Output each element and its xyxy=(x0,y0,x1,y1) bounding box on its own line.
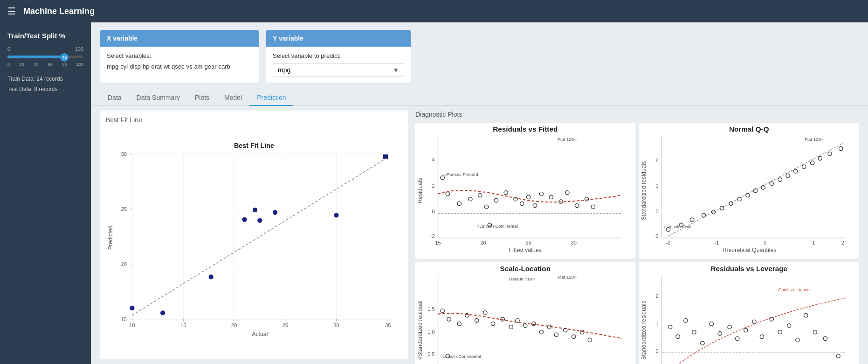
svg-point-33 xyxy=(160,310,165,315)
y-variable-panel: Y variable Select variable to predict: m… xyxy=(266,30,411,83)
svg-point-138 xyxy=(516,319,519,322)
svg-point-175 xyxy=(744,329,747,332)
svg-point-134 xyxy=(483,311,487,315)
svg-point-182 xyxy=(804,314,807,317)
svg-point-109 xyxy=(802,165,806,168)
svg-text:Cook's distance: Cook's distance xyxy=(778,287,810,293)
svg-text:2: 2 xyxy=(655,157,658,162)
svg-point-57 xyxy=(446,192,449,196)
svg-point-34 xyxy=(209,274,214,279)
test-data-label: Test Data: 8 records xyxy=(7,84,83,95)
tab-model[interactable]: Model xyxy=(217,90,249,106)
svg-text:Best Fit Line: Best Fit Line xyxy=(234,142,274,149)
tab-plots[interactable]: Plots xyxy=(187,90,217,106)
svg-text:1: 1 xyxy=(655,322,658,328)
svg-point-72 xyxy=(575,203,579,207)
svg-point-67 xyxy=(533,203,537,207)
svg-point-107 xyxy=(785,174,789,178)
svg-point-61 xyxy=(484,205,488,209)
diagnostic-panel: Diagnostic Plots Residuals vs Fitted Fit… xyxy=(415,111,859,359)
svg-text:2: 2 xyxy=(841,240,844,245)
svg-point-167 xyxy=(676,335,680,339)
svg-point-39 xyxy=(334,213,338,217)
svg-point-180 xyxy=(787,324,791,328)
svg-point-37 xyxy=(257,218,262,223)
svg-point-145 xyxy=(572,335,576,339)
svg-point-168 xyxy=(683,319,687,322)
best-fit-panel: Best Fit Line Best Fit Line Predicted Ac… xyxy=(100,111,408,359)
svg-text:15: 15 xyxy=(121,316,127,322)
var-tag-cyl[interactable]: cyl xyxy=(120,63,128,70)
sidebar-stats: Train Data: 24 records Test Data: 8 reco… xyxy=(7,74,83,94)
svg-point-105 xyxy=(770,182,773,185)
svg-point-98 xyxy=(711,210,715,214)
svg-text:25: 25 xyxy=(121,206,127,212)
y-variable-select[interactable]: mpg ▼ xyxy=(273,63,404,77)
svg-text:Datsun 710○: Datsun 710○ xyxy=(509,276,535,281)
var-tag-disp[interactable]: disp xyxy=(130,63,141,70)
svg-point-172 xyxy=(718,332,722,336)
svg-text:10: 10 xyxy=(129,322,135,328)
tab-prediction[interactable]: Prediction xyxy=(249,90,293,106)
sidebar: Train/Test Split % 0 100 75 0 20 40 60 8… xyxy=(0,22,91,364)
svg-text:15: 15 xyxy=(435,240,441,245)
var-tag-wt[interactable]: wt xyxy=(164,63,170,70)
svg-point-32 xyxy=(130,306,134,310)
diag-chart-scale-location: Scale-Location Fitted values √Standardiz… xyxy=(415,262,635,364)
slider-track: 75 xyxy=(7,56,83,58)
svg-text:Residuals: Residuals xyxy=(417,178,423,203)
svg-text:30: 30 xyxy=(571,240,577,245)
svg-point-59 xyxy=(468,197,472,201)
svg-point-166 xyxy=(668,325,672,329)
svg-point-106 xyxy=(778,178,782,182)
var-tag-qsec[interactable]: qsec xyxy=(172,63,184,70)
hamburger-icon[interactable]: ☰ xyxy=(7,6,16,17)
svg-point-129 xyxy=(441,309,444,313)
svg-point-146 xyxy=(580,330,584,334)
svg-text:-2: -2 xyxy=(654,233,658,239)
svg-text:Actual: Actual xyxy=(252,331,268,337)
svg-text:Fiat 128○: Fiat 128○ xyxy=(558,274,577,280)
slider-thumb[interactable]: 75 xyxy=(60,53,69,62)
var-tag-carb[interactable]: carb xyxy=(218,63,230,70)
x-variable-tags[interactable]: mpg cyl disp hp drat wt qsec vs am gear … xyxy=(107,63,252,70)
tab-data-summary[interactable]: Data Summary xyxy=(129,90,187,106)
diagnostic-grid: Residuals vs Fitted Fitted values Residu… xyxy=(415,123,859,364)
svg-point-147 xyxy=(588,338,592,342)
diag-chart-leverage: Residuals vs Leverage Leverage Standardi… xyxy=(639,262,859,364)
x-variable-label: Select variables: xyxy=(107,52,252,59)
svg-text:-2: -2 xyxy=(430,233,435,239)
svg-point-102 xyxy=(745,193,749,197)
svg-text:Standardized residuals: Standardized residuals xyxy=(640,301,647,360)
tab-data[interactable]: Data xyxy=(100,90,129,106)
svg-text:35: 35 xyxy=(385,322,391,328)
var-tag-gear[interactable]: gear xyxy=(204,63,216,70)
svg-point-69 xyxy=(549,195,553,199)
var-tag-vs[interactable]: vs xyxy=(186,63,192,70)
svg-text:0: 0 xyxy=(764,240,766,245)
svg-point-66 xyxy=(527,195,530,199)
svg-point-131 xyxy=(457,322,461,326)
best-fit-title: Best Fit Line xyxy=(106,116,402,124)
svg-point-139 xyxy=(524,324,527,328)
slider-fill xyxy=(7,56,64,58)
diagnostic-title: Diagnostic Plots xyxy=(415,111,859,118)
svg-text:0: 0 xyxy=(655,209,658,214)
svg-point-135 xyxy=(491,322,495,326)
var-tag-mpg[interactable]: mpg xyxy=(107,63,118,70)
var-tag-am[interactable]: am xyxy=(194,63,202,70)
svg-point-104 xyxy=(761,186,765,189)
var-tag-drat[interactable]: drat xyxy=(152,63,162,70)
svg-text:25: 25 xyxy=(526,240,531,245)
svg-text:30: 30 xyxy=(333,322,339,328)
svg-point-174 xyxy=(735,337,739,341)
svg-point-171 xyxy=(710,322,713,326)
svg-text:Fiat 128○: Fiat 128○ xyxy=(558,137,577,142)
variable-panels: X variable Select variables: mpg cyl dis… xyxy=(91,22,868,90)
svg-point-113 xyxy=(839,147,842,150)
diag-chart-residuals-fitted: Residuals vs Fitted Fitted values Residu… xyxy=(415,123,635,259)
svg-point-184 xyxy=(823,337,827,341)
train-test-slider[interactable]: 0 100 75 0 20 40 60 80 100 xyxy=(7,46,83,67)
y-variable-header: Y variable xyxy=(266,30,411,47)
var-tag-hp[interactable]: hp xyxy=(143,63,149,70)
